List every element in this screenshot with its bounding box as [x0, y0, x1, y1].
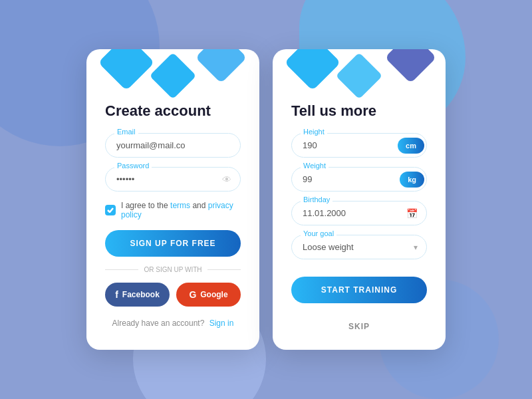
divider-line-right	[207, 269, 241, 270]
email-field-group: Email	[105, 133, 241, 158]
signup-button[interactable]: SIGN UP FOR FREE	[105, 230, 241, 257]
card1-content: Create account Email Password 👁	[86, 102, 259, 346]
diamond-left-2	[285, 49, 341, 90]
divider-row: OR SIGN UP WITH	[105, 266, 241, 273]
height-label: Height	[301, 128, 327, 136]
card2-title: Tell us more	[291, 102, 427, 120]
password-field-group: Password 👁	[105, 167, 241, 192]
email-input[interactable]	[105, 133, 241, 158]
email-label: Email	[114, 128, 138, 136]
divider-line-left	[105, 269, 138, 270]
diamond-center-1	[150, 53, 197, 100]
facebook-label: Facebook	[122, 290, 160, 299]
card1-decoration	[86, 49, 259, 102]
password-label: Password	[114, 162, 152, 170]
cards-container: Create account Email Password 👁	[86, 49, 446, 350]
terms-checkbox-row: I agree to the terms and privacy policy	[105, 201, 241, 219]
height-field-group: Height cm	[291, 133, 427, 158]
social-buttons-row: f Facebook G Google	[105, 283, 241, 307]
calendar-icon[interactable]: 📅	[406, 208, 418, 219]
birthday-label: Birthday	[301, 196, 332, 203]
signin-link[interactable]: Sign in	[209, 319, 234, 328]
eye-icon[interactable]: 👁	[222, 174, 231, 185]
height-unit-badge: cm	[398, 138, 424, 154]
tell-us-more-card: Tell us more Height cm Weight kg Birthda…	[273, 49, 446, 350]
diamond-right-1	[196, 49, 247, 83]
google-icon: G	[189, 289, 196, 300]
already-account-row: Already have an account? Sign in	[105, 319, 241, 328]
diamond-left-1	[98, 49, 155, 90]
diamond-right-2	[385, 49, 437, 83]
terms-checkbox[interactable]	[105, 205, 116, 215]
goal-label: Your goal	[301, 229, 336, 237]
facebook-icon: f	[115, 289, 118, 300]
goal-select[interactable]: Loose weight Gain muscle Stay fit Build …	[291, 235, 427, 259]
birthday-field-group: Birthday 📅	[291, 201, 427, 225]
weight-field-group: Weight kg	[291, 167, 427, 192]
divider-text: OR SIGN UP WITH	[144, 266, 201, 273]
card2-content: Tell us more Height cm Weight kg Birthda…	[273, 102, 446, 350]
checkbox-text: I agree to the terms and privacy policy	[121, 201, 241, 219]
facebook-button[interactable]: f Facebook	[105, 283, 170, 307]
card1-title: Create account	[105, 102, 241, 120]
weight-label: Weight	[301, 162, 329, 170]
terms-link[interactable]: terms	[170, 201, 190, 210]
weight-unit-badge: kg	[400, 172, 424, 188]
password-input[interactable]	[105, 167, 241, 192]
goal-field-group: Your goal Loose weight Gain muscle Stay …	[291, 235, 427, 259]
google-button[interactable]: G Google	[176, 283, 241, 307]
google-label: Google	[200, 290, 227, 299]
diamond-center-2	[336, 53, 383, 100]
start-training-button[interactable]: START TRAINING	[291, 277, 427, 303]
skip-button[interactable]: SKIP	[291, 322, 427, 331]
create-account-card: Create account Email Password 👁	[86, 49, 259, 350]
card2-decoration	[273, 49, 446, 102]
